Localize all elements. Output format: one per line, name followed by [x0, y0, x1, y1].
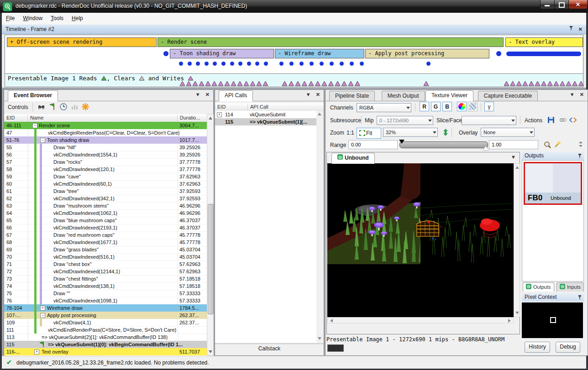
timeline-header[interactable]: Timeline - Frame #2 ✕ — [2, 25, 586, 34]
api-call-row[interactable]: +114vkQueueSubmit — [215, 111, 316, 118]
range-spinner[interactable] — [578, 141, 583, 149]
timeline-event-dot[interactable] — [310, 62, 314, 66]
outputs-pin-icon[interactable] — [578, 153, 582, 160]
timeline-event-dot[interactable] — [205, 62, 209, 66]
tab-pipeline-state[interactable]: Pipeline State — [329, 91, 375, 101]
timeline-event-dot[interactable] — [230, 62, 234, 66]
texture-hscroll[interactable] — [327, 317, 514, 323]
api-calls-scrollbar[interactable] — [316, 111, 323, 344]
menu-help[interactable]: Help — [68, 13, 87, 24]
timeline-marker-bar[interactable]: - Wireframe draw — [275, 49, 364, 58]
history-button[interactable]: History — [525, 342, 550, 353]
timeline-event-dot[interactable] — [320, 62, 324, 66]
timeline-close-icon[interactable]: ✕ — [578, 26, 583, 32]
col-eid[interactable]: EID — [4, 115, 28, 122]
texture-viewer-menu-icon[interactable]: ▼ — [570, 92, 575, 97]
event-row[interactable]: 75Draw ""57.33333 — [4, 290, 207, 297]
range-max-input[interactable]: 1.00 — [489, 140, 538, 149]
tab-texture-viewer[interactable]: Texture Viewer — [425, 90, 473, 101]
event-row[interactable]: 66vkCmdDrawIndexed(2193,1)46.37037 — [4, 224, 207, 232]
event-row[interactable]: 70vkCmdDrawIndexed(516,1)45.03704 — [4, 253, 207, 261]
event-row[interactable]: 64vkCmdDrawIndexed(1062,1)46.96296 — [4, 209, 207, 217]
texture-image[interactable] — [327, 163, 514, 264]
range-black-handle[interactable] — [399, 140, 404, 144]
event-row[interactable]: 55Draw "hill"39.25926 — [4, 144, 207, 151]
event-browser-menu-icon[interactable]: ▼ — [195, 92, 200, 97]
timeline-marker-bar[interactable]: - Toon shading draw — [170, 49, 274, 58]
event-row[interactable]: 68vkCmdDrawIndexed(1677,1)45.77778 — [4, 239, 207, 246]
timeline-event-dot[interactable] — [496, 51, 501, 56]
expand-icon[interactable]: + — [40, 306, 45, 311]
event-table-header[interactable]: EID Name Duratio... — [4, 114, 207, 122]
event-row[interactable]: 109vkCmdDraw(4,1)262.37... — [4, 319, 207, 327]
channel-g-button[interactable]: G — [431, 102, 441, 111]
timeline-event-dot[interactable] — [350, 62, 354, 66]
timeline-event-dot[interactable] — [188, 62, 192, 66]
timeline-event-dot[interactable] — [213, 62, 217, 66]
bookmark-flag-icon[interactable] — [48, 103, 57, 111]
tab-inputs[interactable]: Inputs — [556, 282, 584, 292]
find-icon[interactable] — [37, 103, 46, 111]
event-row[interactable]: 107-...−Apply post processing262.37... — [4, 312, 207, 319]
expand-icon[interactable]: + — [34, 349, 39, 354]
api-calls-menu-icon[interactable]: ▼ — [306, 92, 311, 97]
timeline-event-dot[interactable] — [255, 62, 259, 66]
event-row[interactable]: 76vkCmdDrawIndexed(1098,1)57.33333 — [4, 297, 207, 305]
checkerboard-button[interactable] — [468, 102, 478, 111]
col-api-eid[interactable]: EID — [215, 104, 248, 111]
time-icon[interactable] — [59, 103, 68, 111]
collapse-icon[interactable]: − — [32, 123, 37, 128]
event-row[interactable]: 74vkCmdDrawIndexed(138,1)57.18518 — [4, 282, 207, 290]
channel-b-button[interactable]: B — [442, 102, 452, 111]
save-icon[interactable] — [547, 116, 555, 124]
event-row[interactable]: 56vkCmdDrawIndexed(1554,1)39.25926 — [4, 151, 207, 159]
flip-y-icon[interactable] — [442, 128, 450, 136]
range-min-input[interactable]: 0.00 — [348, 140, 398, 149]
event-row[interactable]: 65Draw "blue mushroom caps"46.37037 — [4, 217, 207, 224]
timeline-event-dot[interactable] — [299, 62, 304, 66]
pin-icon[interactable] — [569, 26, 573, 32]
options-asterisk-icon[interactable] — [81, 103, 89, 111]
timeline-marker-bar[interactable]: - Apply post processing — [365, 49, 489, 58]
titlebar[interactable]: debugmarker.rdc - RenderDoc Unofficial r… — [0, 0, 588, 13]
col-duration[interactable]: Duratio... — [178, 115, 207, 122]
timeline-marker-bar[interactable]: - Render scene — [158, 37, 504, 47]
pixel-context-pin-icon[interactable] — [578, 295, 582, 302]
callstack-section[interactable]: Callstack — [215, 344, 324, 354]
mip-combo[interactable]: 0 - 1272x690 — [377, 116, 433, 125]
event-row[interactable]: 116-...+Text overlay511.7037 — [4, 348, 207, 355]
sliceface-combo[interactable] — [462, 116, 516, 125]
event-browser-scrollbar[interactable] — [207, 114, 214, 356]
collapse-icon[interactable]: − — [40, 313, 45, 318]
tab-outputs[interactable]: Outputs — [523, 282, 554, 292]
minimize-button[interactable] — [540, 0, 555, 9]
event-row[interactable]: 71Draw "chest box"57.62963 — [4, 261, 207, 268]
event-row[interactable]: 58vkCmdDrawIndexed(120,1)37.77778 — [4, 166, 207, 173]
timeline-event-dot[interactable] — [264, 62, 268, 66]
texture-viewer-close-icon[interactable]: ✕ — [580, 92, 584, 97]
timeline-track[interactable]: + Off-screen scene rendering- Render sce… — [5, 35, 583, 74]
timeline-event-dot[interactable] — [360, 62, 364, 66]
pixel-context-view[interactable] — [522, 302, 583, 338]
close-button[interactable]: ✕ — [568, 0, 588, 9]
one-to-one-button[interactable]: 1:1 — [346, 130, 354, 136]
overlay-combo[interactable]: None — [481, 128, 535, 137]
event-row[interactable]: 113=> vkQueueSubmit(2)[1]: vkEndCommandB… — [4, 334, 207, 341]
timeline-event-dot[interactable] — [247, 62, 251, 66]
gamma-button[interactable]: γ — [484, 102, 494, 111]
col-api-call[interactable]: API Call — [248, 104, 316, 111]
open-code-icon[interactable] — [569, 116, 577, 124]
timeline-event-dot[interactable] — [289, 62, 294, 66]
tab-event-browser[interactable]: Event Browser — [8, 90, 58, 101]
event-browser-scroll-thumb[interactable] — [208, 204, 214, 314]
timeline-event-dot[interactable] — [163, 51, 168, 56]
tab-unbound-texture[interactable]: Unbound — [331, 153, 375, 164]
texture-viewport[interactable] — [327, 163, 514, 317]
zoom-combo[interactable]: 32% — [383, 128, 438, 137]
output-thumbnail-fb0[interactable]: FB0 Unbound — [524, 162, 582, 205]
event-row[interactable]: 62vkCmdDrawIndexed(342,1)37.92593 — [4, 195, 207, 203]
debug-button[interactable]: Debug — [556, 342, 580, 353]
timeline-event-dot[interactable] — [426, 62, 430, 66]
timeline-marker-bar[interactable]: - Text overlay — [505, 37, 583, 47]
texture-vscroll[interactable] — [514, 163, 520, 317]
